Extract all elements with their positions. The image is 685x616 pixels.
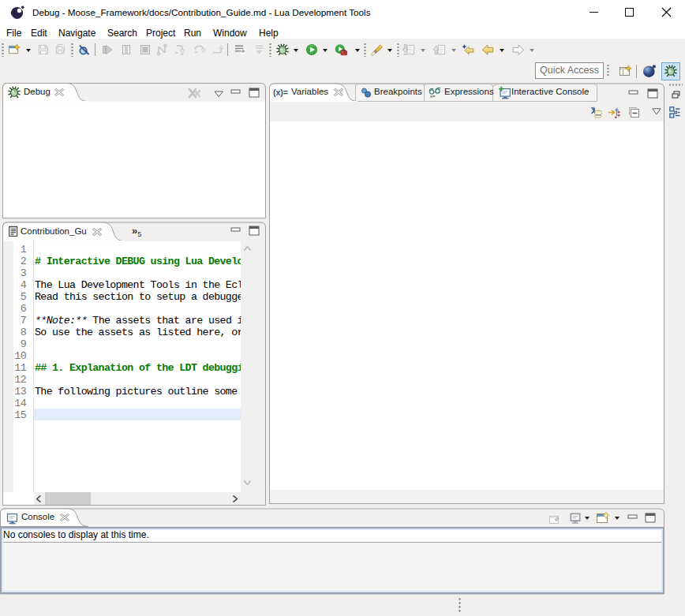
svg-text:x=: x= <box>430 94 436 99</box>
